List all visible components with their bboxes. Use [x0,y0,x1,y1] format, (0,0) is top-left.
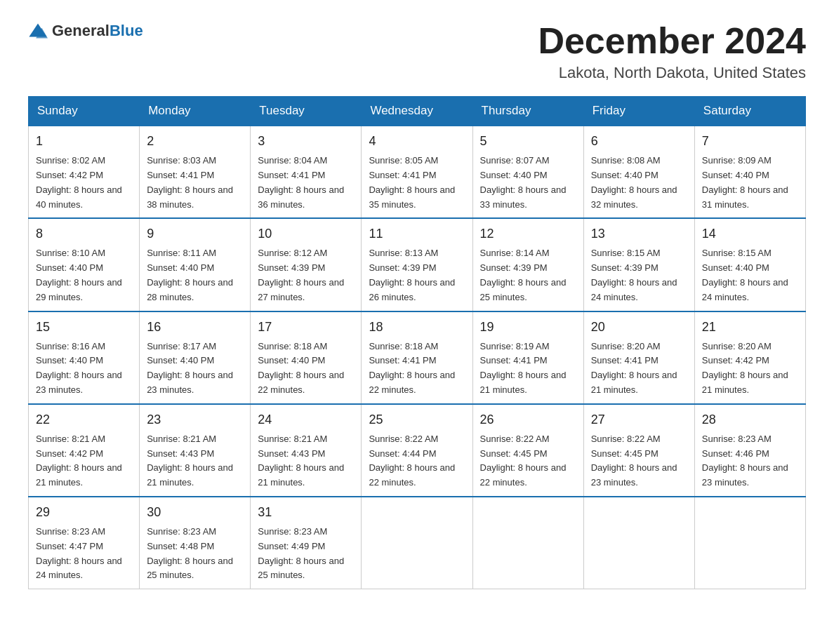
calendar-cell: 29 Sunrise: 8:23 AMSunset: 4:47 PMDaylig… [29,497,140,589]
day-number: 9 [147,224,243,243]
day-info: Sunrise: 8:18 AMSunset: 4:40 PMDaylight:… [258,341,344,395]
day-info: Sunrise: 8:16 AMSunset: 4:40 PMDaylight:… [36,341,122,395]
header-tuesday: Tuesday [251,97,362,126]
header-sunday: Sunday [29,97,140,126]
day-number: 27 [591,410,687,429]
day-number: 8 [36,224,132,243]
calendar-cell: 30 Sunrise: 8:23 AMSunset: 4:48 PMDaylig… [140,497,251,589]
calendar-cell: 18 Sunrise: 8:18 AMSunset: 4:41 PMDaylig… [362,311,472,404]
calendar-week-row: 1 Sunrise: 8:02 AMSunset: 4:42 PMDayligh… [29,126,806,218]
day-info: Sunrise: 8:13 AMSunset: 4:39 PMDaylight:… [369,248,455,302]
calendar-cell: 24 Sunrise: 8:21 AMSunset: 4:43 PMDaylig… [251,404,362,497]
day-info: Sunrise: 8:21 AMSunset: 4:43 PMDaylight:… [147,434,233,488]
day-info: Sunrise: 8:11 AMSunset: 4:40 PMDaylight:… [147,248,233,302]
day-info: Sunrise: 8:20 AMSunset: 4:42 PMDaylight:… [702,341,788,395]
calendar-cell [472,497,583,589]
day-number: 20 [591,318,687,337]
calendar-cell: 17 Sunrise: 8:18 AMSunset: 4:40 PMDaylig… [251,311,362,404]
calendar-cell: 19 Sunrise: 8:19 AMSunset: 4:41 PMDaylig… [472,311,583,404]
day-info: Sunrise: 8:22 AMSunset: 4:45 PMDaylight:… [480,434,567,488]
calendar-cell: 6 Sunrise: 8:08 AMSunset: 4:40 PMDayligh… [583,126,694,218]
page-header: GeneralBlue December 2024 Lakota, North … [28,21,806,82]
calendar-cell: 22 Sunrise: 8:21 AMSunset: 4:42 PMDaylig… [29,404,140,497]
calendar-cell: 4 Sunrise: 8:05 AMSunset: 4:41 PMDayligh… [362,126,472,218]
calendar-cell: 27 Sunrise: 8:22 AMSunset: 4:45 PMDaylig… [583,404,694,497]
calendar-week-row: 29 Sunrise: 8:23 AMSunset: 4:47 PMDaylig… [29,497,806,589]
title-area: December 2024 Lakota, North Dakota, Unit… [538,21,806,82]
calendar-cell: 7 Sunrise: 8:09 AMSunset: 4:40 PMDayligh… [694,126,805,218]
day-info: Sunrise: 8:22 AMSunset: 4:45 PMDaylight:… [591,434,677,488]
calendar-cell: 3 Sunrise: 8:04 AMSunset: 4:41 PMDayligh… [251,126,362,218]
day-number: 18 [369,318,465,337]
day-info: Sunrise: 8:15 AMSunset: 4:40 PMDaylight:… [702,248,788,302]
logo-icon [28,21,48,41]
calendar-cell [583,497,694,589]
day-number: 21 [702,318,798,337]
calendar-cell: 5 Sunrise: 8:07 AMSunset: 4:40 PMDayligh… [472,126,583,218]
day-number: 22 [36,410,132,429]
day-info: Sunrise: 8:15 AMSunset: 4:39 PMDaylight:… [591,248,677,302]
calendar-cell: 8 Sunrise: 8:10 AMSunset: 4:40 PMDayligh… [29,218,140,311]
header-thursday: Thursday [472,97,583,126]
calendar-cell: 16 Sunrise: 8:17 AMSunset: 4:40 PMDaylig… [140,311,251,404]
day-number: 12 [480,224,576,243]
day-number: 17 [258,318,354,337]
weekday-header-row: Sunday Monday Tuesday Wednesday Thursday… [29,97,806,126]
day-number: 1 [36,132,132,151]
day-info: Sunrise: 8:07 AMSunset: 4:40 PMDaylight:… [480,155,567,209]
day-info: Sunrise: 8:19 AMSunset: 4:41 PMDaylight:… [480,341,567,395]
day-info: Sunrise: 8:02 AMSunset: 4:42 PMDaylight:… [36,155,122,209]
day-info: Sunrise: 8:21 AMSunset: 4:43 PMDaylight:… [258,434,344,488]
calendar-cell: 2 Sunrise: 8:03 AMSunset: 4:41 PMDayligh… [140,126,251,218]
day-number: 29 [36,503,132,522]
calendar-cell [694,497,805,589]
day-info: Sunrise: 8:10 AMSunset: 4:40 PMDaylight:… [36,248,122,302]
day-number: 10 [258,224,354,243]
header-saturday: Saturday [694,97,805,126]
day-info: Sunrise: 8:23 AMSunset: 4:47 PMDaylight:… [36,526,122,580]
header-friday: Friday [583,97,694,126]
day-number: 26 [480,410,576,429]
logo: GeneralBlue [28,21,143,41]
day-info: Sunrise: 8:23 AMSunset: 4:49 PMDaylight:… [258,526,344,580]
calendar-cell: 20 Sunrise: 8:20 AMSunset: 4:41 PMDaylig… [583,311,694,404]
day-number: 5 [480,132,576,151]
day-number: 23 [147,410,243,429]
day-info: Sunrise: 8:14 AMSunset: 4:39 PMDaylight:… [480,248,567,302]
calendar-cell: 28 Sunrise: 8:23 AMSunset: 4:46 PMDaylig… [694,404,805,497]
day-number: 3 [258,132,354,151]
calendar-body: 1 Sunrise: 8:02 AMSunset: 4:42 PMDayligh… [29,126,806,589]
calendar-cell: 21 Sunrise: 8:20 AMSunset: 4:42 PMDaylig… [694,311,805,404]
day-number: 24 [258,410,354,429]
header-wednesday: Wednesday [362,97,472,126]
calendar-cell: 11 Sunrise: 8:13 AMSunset: 4:39 PMDaylig… [362,218,472,311]
calendar-table: Sunday Monday Tuesday Wednesday Thursday… [28,96,806,589]
calendar-cell: 9 Sunrise: 8:11 AMSunset: 4:40 PMDayligh… [140,218,251,311]
day-info: Sunrise: 8:05 AMSunset: 4:41 PMDaylight:… [369,155,455,209]
calendar-week-row: 8 Sunrise: 8:10 AMSunset: 4:40 PMDayligh… [29,218,806,311]
day-info: Sunrise: 8:23 AMSunset: 4:48 PMDaylight:… [147,526,233,580]
day-info: Sunrise: 8:17 AMSunset: 4:40 PMDaylight:… [147,341,233,395]
calendar-cell: 1 Sunrise: 8:02 AMSunset: 4:42 PMDayligh… [29,126,140,218]
day-number: 11 [369,224,465,243]
logo-blue: Blue [110,22,143,39]
logo-general: General [52,22,110,39]
page-subtitle: Lakota, North Dakota, United States [538,64,806,82]
calendar-cell [362,497,472,589]
day-info: Sunrise: 8:03 AMSunset: 4:41 PMDaylight:… [147,155,233,209]
calendar-cell: 25 Sunrise: 8:22 AMSunset: 4:44 PMDaylig… [362,404,472,497]
day-number: 16 [147,318,243,337]
day-number: 2 [147,132,243,151]
day-info: Sunrise: 8:08 AMSunset: 4:40 PMDaylight:… [591,155,677,209]
day-info: Sunrise: 8:21 AMSunset: 4:42 PMDaylight:… [36,434,122,488]
day-info: Sunrise: 8:18 AMSunset: 4:41 PMDaylight:… [369,341,455,395]
day-number: 19 [480,318,576,337]
day-number: 6 [591,132,687,151]
calendar-cell: 14 Sunrise: 8:15 AMSunset: 4:40 PMDaylig… [694,218,805,311]
page-title: December 2024 [538,21,806,61]
calendar-week-row: 15 Sunrise: 8:16 AMSunset: 4:40 PMDaylig… [29,311,806,404]
header-monday: Monday [140,97,251,126]
day-number: 25 [369,410,465,429]
calendar-cell: 26 Sunrise: 8:22 AMSunset: 4:45 PMDaylig… [472,404,583,497]
day-number: 30 [147,503,243,522]
